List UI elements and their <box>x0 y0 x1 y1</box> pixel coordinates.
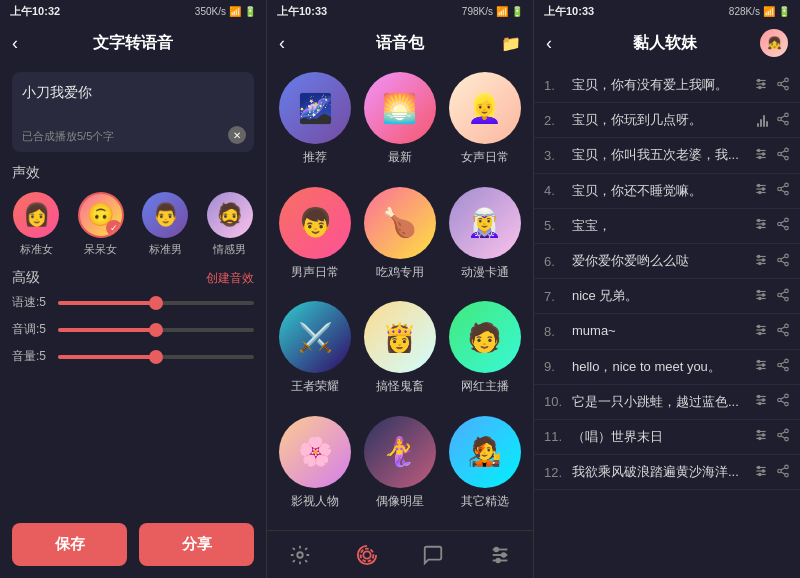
pack-item-1[interactable]: 🌅 最新 <box>362 72 439 179</box>
phrase-item-4[interactable]: 4. 宝贝，你还不睡觉嘛。 <box>534 174 800 209</box>
phrase-item-3[interactable]: 3. 宝贝，你叫我五次老婆，我... <box>534 138 800 173</box>
pack-item-10[interactable]: 🧜‍♀️ 偶像明星 <box>362 416 439 523</box>
pack-item-7[interactable]: 👸 搞怪鬼畜 <box>362 301 439 408</box>
pack-item-0[interactable]: 🌌 推荐 <box>277 72 354 179</box>
phrase-item-12[interactable]: 12. 我欲乘风破浪踏遍黄沙海洋... <box>534 455 800 490</box>
pack-item-9[interactable]: 🌸 影视人物 <box>277 416 354 523</box>
share-icon-6[interactable] <box>776 253 790 270</box>
share-icon-10[interactable] <box>776 393 790 410</box>
folder-icon[interactable]: 📁 <box>497 34 521 53</box>
tts-input-area[interactable]: 小刀我爱你 已合成播放5/5个字 ✕ <box>12 72 254 152</box>
share-icon-11[interactable] <box>776 428 790 445</box>
svg-point-128 <box>762 469 764 471</box>
tune-icon-11[interactable] <box>754 428 768 445</box>
nav-packs[interactable] <box>356 544 378 566</box>
phrase-num-1: 1. <box>544 78 566 93</box>
signal-icon-r: 📶 <box>763 6 775 17</box>
voice-item-standard-female[interactable]: 👩 标准女 <box>13 192 59 257</box>
phrase-icons-7 <box>754 288 790 305</box>
phrase-item-2[interactable]: 2. 宝贝，你玩到几点呀。 <box>534 103 800 138</box>
create-effect-button[interactable]: 创建音效 <box>206 270 254 287</box>
svg-point-13 <box>762 82 764 84</box>
svg-point-88 <box>785 332 789 336</box>
pack-item-8[interactable]: 🧑 网红主播 <box>446 301 523 408</box>
share-icon-3[interactable] <box>776 147 790 164</box>
voice-emoji-3: 🧔 <box>216 202 243 228</box>
svg-line-90 <box>781 327 785 329</box>
share-icon-12[interactable] <box>776 464 790 481</box>
tune-icon-3[interactable] <box>754 147 768 164</box>
phrase-item-1[interactable]: 1. 宝贝，你有没有爱上我啊。 <box>534 68 800 103</box>
svg-point-12 <box>758 79 760 81</box>
back-button-middle[interactable]: ‹ <box>279 33 303 54</box>
tune-icon-1[interactable] <box>754 77 768 94</box>
voice-item-standard-male[interactable]: 👨 标准男 <box>142 192 188 257</box>
share-icon-2[interactable] <box>776 112 790 129</box>
tts-clear-button[interactable]: ✕ <box>228 126 246 144</box>
svg-point-86 <box>785 324 789 328</box>
svg-point-7 <box>502 553 506 557</box>
slider-speed-track[interactable] <box>58 301 254 305</box>
phrase-item-8[interactable]: 8. muma~ <box>534 314 800 349</box>
battery-icon-m: 🔋 <box>511 6 523 17</box>
header-right: ‹ 黏人软妹 👧 <box>534 22 800 64</box>
phrase-item-11[interactable]: 11. （唱）世界末日 <box>534 420 800 455</box>
phrase-item-7[interactable]: 7. nice 兄弟。 <box>534 279 800 314</box>
voice-item-cute-female[interactable]: 🙃 ✓ 呆呆女 <box>78 192 124 257</box>
pack-name-1: 最新 <box>388 149 412 166</box>
avatar-right: 👧 <box>760 29 788 57</box>
share-button[interactable]: 分享 <box>139 523 254 566</box>
tune-icon-4[interactable] <box>754 182 768 199</box>
nav-chat[interactable] <box>422 544 444 566</box>
pack-item-11[interactable]: 🧑‍🎤 其它精选 <box>446 416 523 523</box>
svg-point-109 <box>778 399 782 403</box>
svg-line-56 <box>781 225 785 227</box>
svg-point-55 <box>785 227 789 231</box>
share-icon-5[interactable] <box>776 217 790 234</box>
phrase-item-10[interactable]: 10. 它是一只小跳蛙，越过蓝色... <box>534 385 800 420</box>
back-button-left[interactable]: ‹ <box>12 33 36 54</box>
pack-img-10: 🧜‍♀️ <box>364 416 436 488</box>
back-button-right[interactable]: ‹ <box>546 33 570 54</box>
page-title-left: 文字转语音 <box>36 33 230 54</box>
phrase-list: 1. 宝贝，你有没有爱上我啊。 2. 宝贝，你玩到几点呀。 <box>534 64 800 578</box>
share-icon-4[interactable] <box>776 182 790 199</box>
pack-item-3[interactable]: 👦 男声日常 <box>277 187 354 294</box>
nav-settings[interactable] <box>489 544 511 566</box>
svg-point-39 <box>758 184 760 186</box>
tune-icon-10[interactable] <box>754 393 768 410</box>
slider-volume-track[interactable] <box>58 355 254 359</box>
pack-item-4[interactable]: 🍗 吃鸡专用 <box>362 187 439 294</box>
save-button[interactable]: 保存 <box>12 523 127 566</box>
share-icon-1[interactable] <box>776 77 790 94</box>
battery-icon-r: 🔋 <box>778 6 790 17</box>
slider-pitch-track[interactable] <box>58 328 254 332</box>
phrase-text-2: 宝贝，你玩到几点呀。 <box>572 111 751 129</box>
tune-icon-8[interactable] <box>754 323 768 340</box>
svg-point-31 <box>785 148 789 152</box>
nav-effects[interactable] <box>289 544 311 566</box>
tune-icon-7[interactable] <box>754 288 768 305</box>
svg-point-15 <box>785 78 789 82</box>
phrase-item-6[interactable]: 6. 爱你爱你爱哟么么哒 <box>534 244 800 279</box>
svg-point-33 <box>785 156 789 160</box>
svg-point-129 <box>759 473 761 475</box>
tune-icon-9[interactable] <box>754 358 768 375</box>
pack-item-5[interactable]: 🧝‍♀️ 动漫卡通 <box>446 187 523 294</box>
pack-item-6[interactable]: ⚔️ 王者荣耀 <box>277 301 354 408</box>
svg-point-117 <box>762 434 764 436</box>
tune-icon-5[interactable] <box>754 217 768 234</box>
phrase-item-5[interactable]: 5. 宝宝， <box>534 209 800 244</box>
pack-item-2[interactable]: 👱‍♀️ 女声日常 <box>446 72 523 179</box>
svg-point-87 <box>778 328 782 332</box>
share-icon-7[interactable] <box>776 288 790 305</box>
share-icon-8[interactable] <box>776 323 790 340</box>
tune-icon-6[interactable] <box>754 253 768 270</box>
voice-item-emotional-male[interactable]: 🧔 情感男 <box>207 192 253 257</box>
phrase-item-9[interactable]: 9. hello，nice to meet you。 <box>534 350 800 385</box>
pack-name-6: 王者荣耀 <box>291 378 339 395</box>
tune-icon-12[interactable] <box>754 464 768 481</box>
svg-point-43 <box>778 187 782 191</box>
voice-avatar-2: 👨 <box>142 192 188 238</box>
share-icon-9[interactable] <box>776 358 790 375</box>
